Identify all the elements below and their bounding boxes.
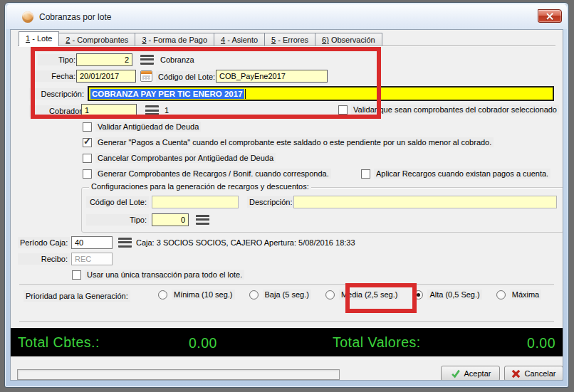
radio-maxima[interactable]: [496, 290, 506, 300]
x-icon: [511, 369, 521, 378]
tab-observacion[interactable]: 6) Observación: [315, 33, 382, 46]
radio-minima-label: Mínima (10 seg.): [172, 290, 235, 300]
recibo-input[interactable]: REC: [71, 253, 113, 265]
cobrador-description: 1: [165, 106, 169, 115]
total-cbtes-value: 0.00: [146, 335, 260, 351]
prioridad-radio-group: Mínima (10 seg.) Baja (5 seg.) Media (2,…: [158, 290, 541, 300]
separator-line-2: [19, 322, 554, 322]
checkbox-row-aplicar-recargos: Aplicar Recargos cuando existan pagos a …: [361, 169, 550, 179]
tipo-description: Cobranza: [160, 55, 194, 64]
grupo-tipo-input[interactable]: 0: [152, 213, 189, 226]
total-cbtes-label: Total Cbtes.:: [18, 334, 100, 351]
radio-baja-label: Baja (5 seg.): [263, 290, 311, 300]
aplicar-recargos-checkbox[interactable]: [361, 169, 370, 179]
tab-observacion-label: 6) Observación: [322, 36, 375, 44]
grupo-descripcion-label: Descripción:: [247, 196, 295, 208]
tab-page-border: [18, 46, 555, 46]
generar-recargos-label: Generar Comprobantes de Recargos / Bonif…: [95, 169, 331, 179]
tipo-label: Tipo:: [38, 54, 78, 65]
radio-baja[interactable]: [249, 290, 259, 300]
cancelar-button-label: Cancelar: [524, 369, 555, 378]
radio-minima[interactable]: [158, 290, 167, 300]
dialog-client-area: 1 - Lote 2 - Comprobantes 3 - Forma de P…: [10, 29, 563, 381]
generar-pagos-checkbox[interactable]: ✓: [83, 138, 92, 147]
window-title: Cobranzas por lote: [39, 12, 111, 22]
unica-transaccion-label: Usar una única transacción para todo el …: [85, 270, 244, 280]
tab-comprobantes[interactable]: 2 - Comprobantes: [58, 33, 135, 46]
cancelar-comprobantes-label: Cancelar Comprobantes por Antigüedad de …: [95, 153, 276, 163]
grupo-codigo-label: Código del Lote:: [86, 196, 149, 208]
separator-line: [19, 285, 554, 285]
total-valores-label: Total Valores:: [333, 334, 421, 351]
fecha-label: Fecha:: [32, 70, 78, 82]
tab-forma-de-pago[interactable]: 3 - Forma de Pago: [135, 33, 214, 46]
checkbox-row-unica-transaccion: Usar una única transacción para todo el …: [72, 270, 244, 280]
radio-media-label: Media (2,5 seg.): [339, 290, 400, 300]
total-valores-value: 0.00: [527, 335, 555, 351]
aplicar-recargos-label: Aplicar Recargos cuando existan pagos a …: [374, 169, 550, 179]
tipo-input[interactable]: 2: [76, 53, 132, 66]
checkbox-row-validar-cobrador: Validar que sean comprobantes del cobrad…: [338, 105, 559, 115]
close-icon: [546, 13, 553, 20]
grupo-codigo-input[interactable]: [152, 196, 239, 208]
aceptar-button[interactable]: Aceptar: [441, 366, 500, 381]
tab-lote-label: 1 - Lote: [26, 34, 52, 43]
validar-antiguedad-checkbox[interactable]: [83, 122, 92, 132]
dialog-window: Cobranzas por lote 1 - Lote 2 - Comproba…: [4, 2, 569, 388]
radio-media[interactable]: [325, 290, 335, 300]
caja-info-text: Caja: 3 SOCIOS SOCIOS, CAJERO Apertura: …: [136, 238, 355, 247]
calendar-icon[interactable]: [140, 70, 152, 82]
aceptar-button-label: Aceptar: [464, 369, 491, 378]
recibo-label: Recibo:: [18, 253, 70, 265]
text-caret: [245, 89, 246, 99]
codigo-lote-input[interactable]: COB_PayEne2017: [216, 70, 328, 83]
validar-cobrador-label: Validar que sean comprobantes del cobrad…: [351, 105, 559, 115]
generar-recargos-checkbox[interactable]: [83, 169, 92, 179]
checkbox-row-generar-pagos: ✓ Generar "Pagos a Cuenta" cuando el com…: [83, 137, 494, 147]
validar-cobrador-checkbox[interactable]: [338, 105, 348, 115]
generar-pagos-label: Generar "Pagos a Cuenta" cuando el compr…: [95, 137, 494, 147]
radio-alta[interactable]: [414, 290, 423, 300]
cancelar-comprobantes-checkbox[interactable]: [83, 154, 92, 163]
descripcion-input[interactable]: COBRANZA PAY PER TIC ENERO 2017: [88, 86, 554, 101]
cancelar-button[interactable]: Cancelar: [504, 366, 563, 381]
recargos-config-legend: Configuraciones para la generación de re…: [89, 182, 311, 191]
check-icon: [450, 369, 461, 378]
recargos-config-group: Configuraciones para la generación de re…: [81, 187, 563, 233]
checkbox-row-cancelar-comprobantes: Cancelar Comprobantes por Antigüedad de …: [83, 153, 276, 163]
progress-bar: [17, 369, 340, 380]
grupo-tipo-lookup-icon[interactable]: [196, 215, 209, 225]
tab-strip: 1 - Lote 2 - Comprobantes 3 - Forma de P…: [19, 31, 382, 46]
codigo-lote-label: Código del Lote:: [156, 71, 217, 83]
tab-asiento-label: 4 - Asiento: [221, 36, 258, 44]
tipo-lookup-icon[interactable]: [140, 55, 154, 65]
descripcion-label: Descripción:: [29, 88, 86, 100]
radio-maxima-label: Máxima: [510, 290, 542, 300]
tab-errores[interactable]: 5 - Errores: [264, 33, 315, 46]
periodo-caja-input[interactable]: 40: [71, 236, 113, 249]
cobrador-lookup-icon[interactable]: [145, 105, 159, 115]
periodo-caja-label: Período Caja:: [18, 237, 70, 248]
fecha-input[interactable]: 20/01/2017: [76, 70, 136, 83]
cobrador-input[interactable]: 1: [81, 104, 137, 117]
unica-transaccion-checkbox[interactable]: [72, 270, 81, 280]
checkbox-row-validar-antiguedad: Validar Antigüedad de Deuda: [83, 122, 201, 132]
tab-forma-de-pago-label: 3 - Forma de Pago: [142, 36, 207, 44]
totals-bar: Total Cbtes.: 0.00 Total Valores: 0.00: [11, 328, 563, 356]
checkbox-row-generar-recargos: Generar Comprobantes de Recargos / Bonif…: [83, 169, 331, 179]
close-button[interactable]: [538, 9, 562, 23]
app-icon: [22, 11, 33, 23]
tab-comprobantes-label: 2 - Comprobantes: [66, 36, 128, 44]
screenshot-canvas: Cobranzas por lote 1 - Lote 2 - Comproba…: [0, 0, 574, 392]
grupo-tipo-label: Tipo:: [86, 214, 149, 226]
title-bar[interactable]: Cobranzas por lote: [6, 4, 567, 29]
periodo-caja-lookup-icon[interactable]: [118, 238, 132, 248]
prioridad-label: Prioridad para la Generación:: [24, 290, 130, 302]
validar-antiguedad-label: Validar Antigüedad de Deuda: [95, 122, 201, 132]
tab-asiento[interactable]: 4 - Asiento: [214, 33, 265, 46]
radio-alta-label: Alta (0,5 Seg.): [427, 290, 481, 300]
cobrador-label: Cobrador:: [29, 105, 86, 117]
tab-lote[interactable]: 1 - Lote: [19, 31, 59, 46]
grupo-descripcion-input[interactable]: [293, 196, 557, 208]
tab-errores-label: 5 - Errores: [271, 36, 308, 44]
